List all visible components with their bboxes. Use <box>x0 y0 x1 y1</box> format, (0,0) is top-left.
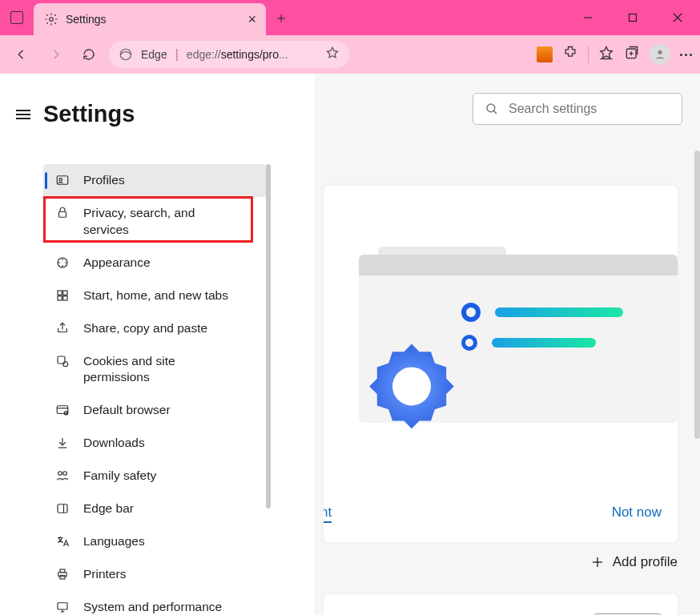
cookie-settings-icon <box>54 353 70 369</box>
sidebar-item-default-browser[interactable]: Default browser <box>43 394 266 427</box>
edge-logo-icon <box>119 47 133 62</box>
language-icon <box>54 533 70 549</box>
svg-rect-23 <box>58 504 67 513</box>
svg-point-10 <box>59 179 62 181</box>
gear-icon <box>43 11 59 27</box>
profile-card: Sign out <box>324 594 678 615</box>
sidebar-scrollbar[interactable] <box>266 164 271 508</box>
sidebar-item-appearance[interactable]: Appearance <box>43 247 266 279</box>
extensions-icon[interactable] <box>562 45 578 64</box>
svg-rect-14 <box>63 291 67 295</box>
svg-point-22 <box>63 472 67 476</box>
svg-rect-26 <box>60 569 65 573</box>
settings-main: nt Not now Add profile Sign out <box>316 74 700 615</box>
browser-tab[interactable]: Settings × <box>34 3 266 35</box>
monitor-icon <box>54 599 70 615</box>
forward-button[interactable] <box>42 41 69 68</box>
svg-rect-25 <box>58 573 67 577</box>
grid-icon <box>54 287 70 303</box>
lock-icon <box>54 205 70 221</box>
svg-point-5 <box>120 49 131 60</box>
svg-point-0 <box>50 18 54 22</box>
family-icon <box>54 468 70 484</box>
svg-point-21 <box>58 472 62 476</box>
svg-point-18 <box>63 361 68 366</box>
svg-line-30 <box>493 111 497 114</box>
sidebar-item-cookies[interactable]: Cookies and site permissions <box>43 345 266 395</box>
sidebar-item-profiles[interactable]: Profiles <box>43 164 266 197</box>
paint-icon <box>54 255 70 271</box>
window-close-button[interactable] <box>655 0 700 35</box>
window-minimize-button[interactable] <box>565 0 610 35</box>
search-settings-input[interactable] <box>473 93 682 125</box>
svg-rect-27 <box>60 575 65 579</box>
settings-sidebar: Settings Profiles Privacy, search, and s… <box>0 74 316 615</box>
svg-point-8 <box>658 50 662 54</box>
search-icon <box>485 102 499 116</box>
svg-rect-11 <box>59 211 66 217</box>
svg-point-29 <box>487 104 495 112</box>
favorites-icon[interactable] <box>598 45 614 64</box>
sidebar-icon <box>54 500 70 517</box>
sign-in-link[interactable]: nt <box>324 504 332 523</box>
svg-rect-19 <box>57 406 68 414</box>
back-button[interactable] <box>8 41 35 68</box>
gear-illustration-icon <box>364 336 460 432</box>
close-tab-icon[interactable]: × <box>247 12 256 26</box>
browser-check-icon <box>54 402 70 418</box>
tab-actions-icon[interactable] <box>6 7 27 28</box>
person-card-icon <box>54 172 70 188</box>
profile-avatar-icon[interactable] <box>650 44 670 65</box>
address-label: Edge <box>141 48 167 61</box>
extension-metamask-icon[interactable] <box>537 46 553 62</box>
sidebar-item-share[interactable]: Share, copy and paste <box>43 312 266 345</box>
download-icon <box>54 435 70 451</box>
svg-rect-16 <box>63 295 67 299</box>
page-scrollbar[interactable] <box>694 151 700 439</box>
collections-icon[interactable] <box>624 45 640 64</box>
add-profile-button[interactable]: Add profile <box>590 554 678 570</box>
printer-icon <box>54 566 70 582</box>
not-now-link[interactable]: Not now <box>612 504 662 523</box>
svg-rect-28 <box>58 603 67 609</box>
svg-rect-15 <box>58 295 62 299</box>
sidebar-item-downloads[interactable]: Downloads <box>43 427 266 460</box>
more-menu-icon[interactable] <box>680 54 692 56</box>
window-maximize-button[interactable] <box>610 0 655 35</box>
sidebar-item-system[interactable]: System and performance <box>43 591 266 615</box>
svg-point-31 <box>392 367 431 405</box>
favorite-star-icon[interactable] <box>325 46 340 63</box>
page-title: Settings <box>43 101 135 127</box>
sidebar-item-languages[interactable]: Languages <box>43 525 266 558</box>
svg-rect-13 <box>58 291 62 295</box>
page-content: Settings Profiles Privacy, search, and s… <box>0 74 700 615</box>
sidebar-item-start[interactable]: Start, home, and new tabs <box>43 279 266 312</box>
menu-toggle-icon[interactable] <box>16 110 30 119</box>
illustration <box>359 255 678 423</box>
sidebar-item-edge-bar[interactable]: Edge bar <box>43 492 266 525</box>
address-bar[interactable]: Edge | edge://settings/pro... <box>109 41 349 68</box>
sidebar-item-printers[interactable]: Printers <box>43 558 266 591</box>
browser-toolbar: Edge | edge://settings/pro... <box>0 35 700 74</box>
profile-hero-card: nt Not now <box>324 186 678 542</box>
sidebar-item-privacy[interactable]: Privacy, search, and services <box>43 197 266 247</box>
tab-title: Settings <box>66 13 107 26</box>
address-url: edge://settings/pro... <box>187 48 288 61</box>
plus-icon <box>590 555 605 569</box>
sidebar-item-family[interactable]: Family safety <box>43 460 266 492</box>
svg-rect-2 <box>630 14 637 22</box>
share-icon <box>54 320 70 336</box>
title-bar: Settings × ＋ <box>0 0 700 35</box>
reload-button[interactable] <box>75 41 103 68</box>
new-tab-button[interactable]: ＋ <box>266 0 296 35</box>
